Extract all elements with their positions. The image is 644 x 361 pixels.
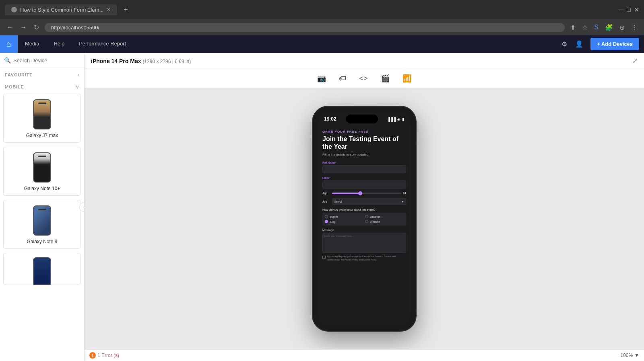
add-devices-button[interactable]: + Add Devices [590,38,639,50]
device-list: Galaxy J7 max Galaxy Note 10+ Gala [0,92,84,291]
nav-media[interactable]: Media [18,35,46,53]
status-footer: 1 1 Error (s) 100% ▼ [85,349,644,361]
zoom-label: 100% [620,353,633,358]
nav-performance-report[interactable]: Performance Report [72,35,133,53]
forward-button[interactable]: → [19,22,28,33]
profile-icon[interactable]: S [592,22,600,33]
phone-viewport: 19:02 ▐▐▐ ◈ ▮ GRAB YOUR FREE PASS Join t… [85,88,644,349]
email-input[interactable] [322,180,406,189]
full-name-input[interactable] [322,165,406,173]
home-icon: ⌂ [6,39,11,49]
url-input[interactable] [45,23,565,32]
device-image-4 [30,257,54,285]
radio-linkedin[interactable]: LinkedIn [365,215,404,218]
search-icon: 🔍 [4,57,11,64]
expand-icon[interactable]: ⤢ [632,57,638,65]
age-slider[interactable] [332,193,401,194]
radio-circle-linkedin [365,215,368,218]
code-toolbar-icon[interactable]: <> [356,73,371,84]
device-name-note10: Galaxy Note 10+ [24,186,60,191]
device-header: iPhone 14 Pro Max (1290 x 2796 | 6.69 in… [85,53,644,69]
terms-row: By clicking Register you accept the Lamb… [322,255,406,261]
radio-label-twitter: Twitter [330,215,338,218]
message-placeholder: Enter your message here... [323,233,406,239]
maximize-button[interactable]: □ [627,6,631,13]
radio-question: How did you get to know about this event… [322,208,406,211]
search-input[interactable] [13,57,80,64]
minimize-button[interactable]: ─ [619,6,624,14]
event-title: Join the Testing Event of the Year [322,135,406,150]
menu-icon[interactable]: ⋮ [630,22,639,33]
radio-label-linkedin: LinkedIn [370,215,380,218]
phone-screen: 19:02 ▐▐▐ ◈ ▮ GRAB YOUR FREE PASS Join t… [318,111,411,326]
job-label: Job [322,200,330,203]
phone-time: 19:02 [324,116,336,122]
phone-status-bar: 19:02 ▐▐▐ ◈ ▮ [318,111,411,125]
radio-label-blog: Blog [330,220,335,223]
mobile-chevron[interactable]: ∨ [76,84,79,90]
sidebar: 🔍 FAVOURITE › MOBILE ∨ Galaxy J7 max [0,53,85,361]
nav-help[interactable]: Help [46,35,72,53]
radio-blog[interactable]: Blog [325,220,363,223]
radio-website[interactable]: Website [365,220,404,223]
bookmark-icon[interactable]: ☆ [580,22,589,33]
device-card-j7max[interactable]: Galaxy J7 max [3,94,81,143]
main-layout: 🔍 FAVOURITE › MOBILE ∨ Galaxy J7 max [0,53,644,361]
radio-circle-website [365,220,368,223]
refresh-button[interactable]: ↻ [32,22,41,33]
job-select[interactable]: Select ▼ [332,198,406,205]
app-header: ⌂ Media Help Performance Report ⚙ 👤 + Ad… [0,35,644,53]
terms-text: By clicking Register you accept the Lamb… [327,255,406,261]
device-card-note9[interactable]: Galaxy Note 9 [3,200,81,249]
puzzle-icon[interactable]: ⊕ [618,22,626,33]
browser-chrome: How to Style Common Form Elem... ✕ + ─ □… [0,0,644,19]
app-nav: Media Help Performance Report [18,35,133,53]
favourite-section-header: FAVOURITE › [0,68,84,80]
browser-tab[interactable]: How to Style Common Form Elem... ✕ [5,4,117,15]
radio-grid: Twitter LinkedIn Blog [325,215,404,223]
app-logo: ⌂ [0,35,18,53]
age-slider-thumb [358,191,362,195]
phone-status-icons: ▐▐▐ ◈ ▮ [387,117,405,121]
phone-dynamic-island [346,115,378,123]
camera-toolbar-icon[interactable]: 📷 [314,72,329,84]
age-value: 24 [403,192,406,195]
back-button[interactable]: ← [5,22,14,33]
settings-icon[interactable]: ⚙ [559,38,570,50]
phone-content: GRAB YOUR FREE PASS Join the Testing Eve… [318,125,411,326]
device-name-main: iPhone 14 Pro Max [91,58,141,64]
phone-thumbnail-note10 [33,152,51,183]
header-icons: ⚙ 👤 [559,38,590,50]
mobile-label: MOBILE [5,84,24,89]
content-area: iPhone 14 Pro Max (1290 x 2796 | 6.69 in… [85,53,644,361]
radio-label-website: Website [370,220,380,223]
video-toolbar-icon[interactable]: 🎬 [378,72,393,84]
user-icon[interactable]: 👤 [573,38,586,50]
message-label: Message [322,229,406,232]
mobile-section-header: MOBILE ∨ [0,80,84,92]
device-image-note9 [30,204,54,236]
favourite-chevron[interactable]: › [78,72,79,78]
message-textarea[interactable]: Enter your message here... [322,233,406,253]
wifi-toolbar-icon[interactable]: 📶 [399,72,415,84]
tab-title: How to Style Common Form Elem... [20,7,103,13]
tab-close-button[interactable]: ✕ [107,7,111,12]
extensions-icon[interactable]: 🧩 [603,22,615,33]
device-name-j7max: Galaxy J7 max [26,133,58,138]
phone-thumbnail-4 [33,257,51,285]
device-card-4[interactable] [3,253,81,285]
battery-icon: ▮ [402,117,405,121]
zoom-control[interactable]: 100% ▼ [620,353,639,358]
tab-favicon [11,7,17,12]
radio-twitter[interactable]: Twitter [325,215,363,218]
address-bar-container: ← → ↻ ⬆ ☆ S 🧩 ⊕ ⋮ [0,19,644,35]
age-slider-row: Age 24 [322,192,406,195]
age-label: Age [322,192,330,195]
device-card-note10[interactable]: Galaxy Note 10+ [3,147,81,196]
device-toolbar: 📷 🏷 <> 🎬 📶 [85,69,644,88]
terms-checkbox[interactable] [322,256,326,259]
tag-toolbar-icon[interactable]: 🏷 [336,73,349,84]
new-tab-button[interactable]: + [120,4,131,16]
screenshot-icon[interactable]: ⬆ [569,22,577,33]
close-window-button[interactable]: ✕ [634,6,639,14]
